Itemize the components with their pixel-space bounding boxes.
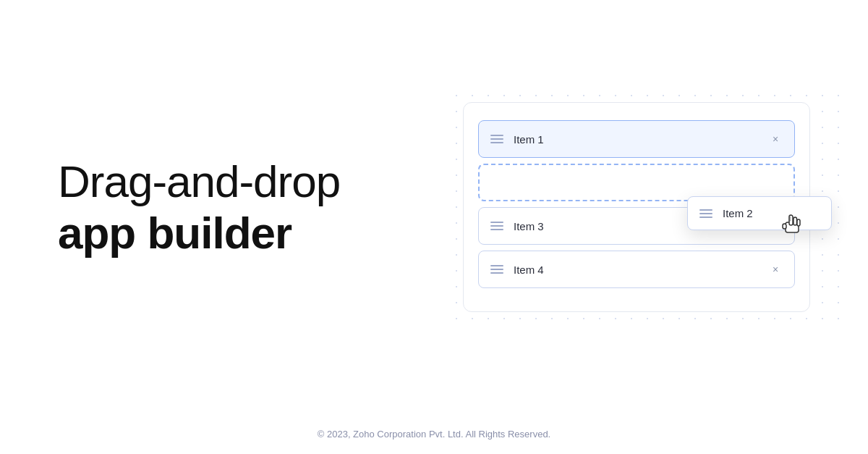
main-content: Drag-and-drop app builder Item 1 xyxy=(0,0,868,414)
drag-line xyxy=(490,222,503,223)
item-1-close-button[interactable]: × xyxy=(768,132,783,146)
page-wrapper: Drag-and-drop app builder Item 1 xyxy=(0,0,868,454)
item-4-label: Item 4 xyxy=(514,264,768,276)
item-1-label: Item 1 xyxy=(514,133,768,146)
drag-handle-3[interactable] xyxy=(490,222,503,230)
cursor-icon xyxy=(780,211,803,241)
drag-handle-1[interactable] xyxy=(490,135,503,143)
hero-title: Drag-and-drop app builder xyxy=(58,156,340,259)
dragged-item: Item 2 xyxy=(687,196,832,230)
svg-point-7 xyxy=(789,215,791,217)
svg-rect-3 xyxy=(797,219,800,226)
right-section: Item 1 × Item 3 ⌄ xyxy=(463,102,810,312)
drag-line xyxy=(490,272,503,274)
footer-text: © 2023, Zoho Corporation Pvt. Ltd. All R… xyxy=(318,429,550,440)
drag-line xyxy=(490,269,503,270)
drag-handle-dragged xyxy=(699,209,712,218)
hero-line2: app builder xyxy=(58,208,292,258)
item-4-close-button[interactable]: × xyxy=(768,262,783,277)
svg-rect-2 xyxy=(793,217,797,225)
drag-line xyxy=(490,225,503,227)
drag-line xyxy=(490,138,503,140)
drag-line xyxy=(490,142,503,143)
svg-point-5 xyxy=(789,219,791,222)
drag-line xyxy=(699,209,712,211)
svg-rect-4 xyxy=(783,224,786,229)
hero-line1: Drag-and-drop xyxy=(58,156,340,206)
drag-line xyxy=(699,213,712,214)
svg-point-6 xyxy=(789,217,791,219)
left-section: Drag-and-drop app builder xyxy=(58,156,340,259)
drag-line xyxy=(699,217,712,218)
dragged-item-label: Item 2 xyxy=(723,207,820,219)
drag-line xyxy=(490,135,503,136)
drag-handle-4[interactable] xyxy=(490,265,503,274)
footer: © 2023, Zoho Corporation Pvt. Ltd. All R… xyxy=(0,414,868,454)
drag-line xyxy=(490,265,503,266)
drag-line xyxy=(490,229,503,230)
list-item-1[interactable]: Item 1 × xyxy=(478,120,795,158)
list-item-4[interactable]: Item 4 × xyxy=(478,251,795,288)
